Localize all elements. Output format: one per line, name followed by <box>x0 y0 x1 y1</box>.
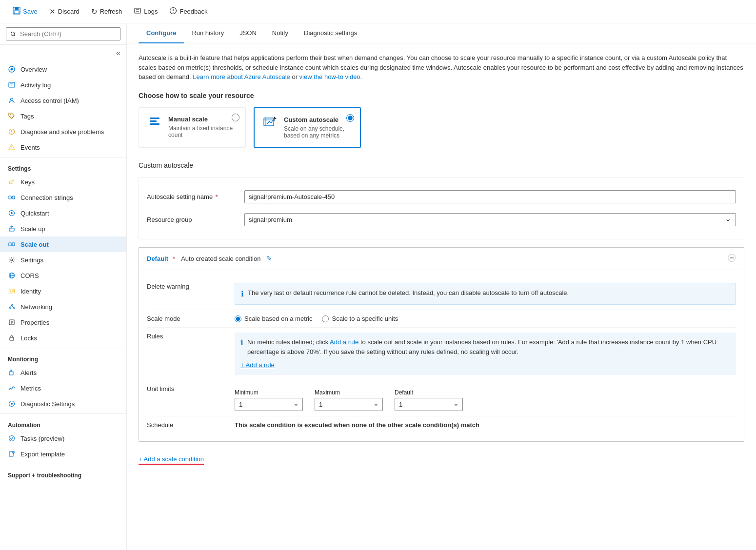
sidebar-item-diagnostic-settings[interactable]: Diagnostic Settings <box>0 396 126 412</box>
resource-group-select[interactable]: signalrpremium <box>244 213 736 226</box>
resource-group-row: Resource group signalrpremium <box>147 208 736 231</box>
sidebar-item-quickstart[interactable]: Quickstart <box>0 205 126 221</box>
toolbar: Save ✕ Discard ↻ Refresh Logs Feedback <box>0 0 756 23</box>
sidebar-item-scale-up[interactable]: Scale up <box>0 221 126 236</box>
svg-rect-49 <box>10 337 14 340</box>
custom-autoscale-radio[interactable] <box>346 114 354 122</box>
sidebar-item-settings[interactable]: Settings <box>0 252 126 268</box>
svg-point-10 <box>11 68 13 71</box>
sidebar-item-diagnose[interactable]: Diagnose and solve problems <box>0 124 126 139</box>
svg-point-14 <box>11 98 13 101</box>
unit-min-label: Minimum <box>235 389 303 396</box>
connection-icon <box>8 194 16 201</box>
sidebar-item-tasks[interactable]: Tasks (preview) <box>0 431 126 446</box>
sidebar-item-properties[interactable]: Properties <box>0 314 126 330</box>
scale-mode-row: Scale mode Scale based on a metric <box>147 310 736 328</box>
unit-default-select[interactable]: 1 <box>395 398 463 411</box>
svg-point-21 <box>9 181 12 184</box>
refresh-button[interactable]: ↻ Refresh <box>86 5 127 19</box>
how-to-video-link[interactable]: view the how-to video <box>299 73 360 80</box>
page-content: Autoscale is a built-in feature that hel… <box>127 43 756 480</box>
unit-default-label: Default <box>395 389 463 396</box>
sidebar-item-label: Access control (IAM) <box>20 97 79 104</box>
tab-configure[interactable]: Configure <box>139 23 184 43</box>
sidebar-item-alerts[interactable]: Alerts <box>0 365 126 380</box>
save-button[interactable]: Save <box>8 4 42 19</box>
sidebar-item-label: Tags <box>20 113 34 120</box>
sidebar-item-networking[interactable]: Networking <box>0 299 126 314</box>
sidebar-item-cors[interactable]: CORS <box>0 268 126 283</box>
svg-rect-25 <box>12 196 15 199</box>
sidebar-item-activity-log[interactable]: Activity log <box>0 77 126 93</box>
sidebar-item-export-template[interactable]: Export template <box>0 446 126 462</box>
svg-point-33 <box>11 259 13 261</box>
scale-condition-box: Default * Auto created scale condition ✎… <box>139 247 744 442</box>
svg-line-44 <box>12 306 14 308</box>
sidebar-item-overview[interactable]: Overview <box>0 61 126 77</box>
sidebar-item-label: Activity log <box>20 81 51 89</box>
save-icon <box>13 7 20 16</box>
custom-autoscale-card[interactable]: Custom autoscale Scale on any schedule, … <box>254 107 361 148</box>
rules-row: Rules ℹ No metric rules defined; click A… <box>147 328 736 380</box>
settings-section-title: Settings <box>0 159 126 174</box>
choose-scale-title: Choose how to scale your resource <box>139 92 744 99</box>
unit-max-select[interactable]: 1 <box>315 398 383 411</box>
scale-options: Manual scale Maintain a fixed instance c… <box>139 107 744 148</box>
logs-label: Logs <box>144 8 158 15</box>
sidebar-item-events[interactable]: Events <box>0 139 126 155</box>
description-text: Autoscale is a built-in feature that hel… <box>139 53 744 82</box>
scale-units-option[interactable]: Scale to a specific units <box>322 315 398 322</box>
manual-scale-title: Manual scale <box>168 116 238 123</box>
identity-icon <box>8 287 16 295</box>
manual-scale-card[interactable]: Manual scale Maintain a fixed instance c… <box>139 107 246 148</box>
sidebar-item-metrics[interactable]: Metrics <box>0 380 126 396</box>
unit-max-label: Maximum <box>315 389 383 396</box>
svg-rect-32 <box>12 243 15 246</box>
sidebar-item-locks[interactable]: Locks <box>0 330 126 346</box>
discard-label: Discard <box>58 8 80 15</box>
tab-run-history[interactable]: Run history <box>184 23 232 43</box>
sidebar-item-label: Quickstart <box>20 210 49 217</box>
tab-diagnostic[interactable]: Diagnostic settings <box>296 23 365 43</box>
sidebar-item-label: Keys <box>20 178 35 186</box>
delete-condition-icon[interactable] <box>727 254 736 264</box>
feedback-icon <box>169 7 177 16</box>
sidebar-item-tags[interactable]: Tags <box>0 108 126 124</box>
tab-json[interactable]: JSON <box>232 23 264 43</box>
add-rule-link-inline[interactable]: Add a rule <box>330 338 358 346</box>
add-scale-condition[interactable]: + Add a scale condition <box>139 450 744 471</box>
add-rule-link[interactable]: + Add a rule <box>240 360 730 370</box>
search-input[interactable] <box>6 27 120 40</box>
discard-button[interactable]: ✕ Discard <box>44 5 84 19</box>
unit-limits-controls: Minimum 1 Maximum <box>235 389 736 411</box>
sidebar-item-label: Connection strings <box>20 194 73 201</box>
logs-button[interactable]: Logs <box>129 4 162 19</box>
learn-more-link[interactable]: Learn more about Azure Autoscale <box>193 73 290 80</box>
scale-out-icon <box>8 240 16 248</box>
manual-scale-radio[interactable] <box>232 114 239 121</box>
unit-min-select[interactable]: 1 <box>235 398 303 411</box>
sidebar-item-connection-strings[interactable]: Connection strings <box>0 190 126 205</box>
tabs-bar: Configure Run history JSON Notify Diagno… <box>127 23 756 43</box>
sidebar-item-identity[interactable]: Identity <box>0 283 126 299</box>
rules-text: No metric rules defined; click <box>247 338 328 346</box>
sidebar-item-keys[interactable]: Keys <box>0 174 126 190</box>
sidebar-item-label: Alerts <box>20 369 37 376</box>
sidebar-item-label: Export template <box>20 451 65 458</box>
svg-rect-1 <box>15 7 19 10</box>
sidebar-collapse-button[interactable]: « <box>114 47 122 59</box>
feedback-button[interactable]: Feedback <box>164 4 212 19</box>
activity-icon <box>8 81 16 89</box>
sidebar-item-scale-out[interactable]: Scale out <box>0 236 126 252</box>
manual-scale-icon <box>147 116 162 127</box>
edit-icon[interactable]: ✎ <box>266 255 272 262</box>
sidebar-item-iam[interactable]: Access control (IAM) <box>0 93 126 108</box>
tasks-icon <box>8 434 16 442</box>
autoscale-name-input[interactable] <box>244 190 736 203</box>
scale-metric-option[interactable]: Scale based on a metric <box>235 315 312 322</box>
sidebar-item-label: Locks <box>20 334 37 342</box>
monitoring-divider <box>0 348 126 348</box>
tab-notify[interactable]: Notify <box>264 23 296 43</box>
svg-rect-3 <box>135 8 140 13</box>
rules-label: Rules <box>147 333 235 375</box>
